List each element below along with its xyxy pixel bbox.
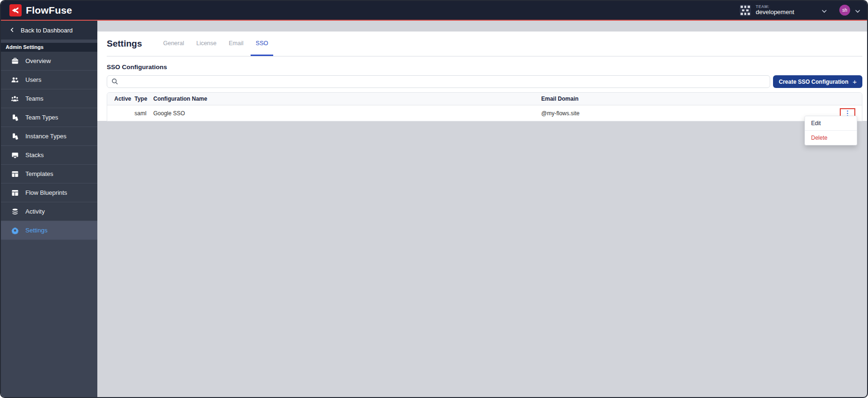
sidebar-item-users[interactable]: Users [1, 71, 97, 89]
menu-item-edit[interactable]: Edit [805, 116, 857, 130]
cell-email-domain-link[interactable]: @my-flows.site [541, 110, 836, 117]
user-avatar: sh [839, 5, 850, 16]
back-label: Back to Dashboard [21, 27, 73, 34]
team-name: developement [756, 9, 794, 16]
sidebar-item-label: Users [25, 76, 41, 83]
template-icon [11, 170, 19, 178]
row-context-menu: Edit Delete [805, 116, 857, 145]
search-input[interactable] [107, 75, 770, 88]
teams-icon [11, 95, 19, 103]
main-area: Settings General License Email SSO SSO C… [97, 21, 867, 398]
sidebar-item-settings[interactable]: Settings [1, 221, 97, 240]
badges-icon [11, 113, 19, 121]
create-sso-configuration-button[interactable]: Create SSO Configuration + [773, 75, 862, 88]
flowfuse-logo-icon [9, 4, 22, 16]
create-button-label: Create SSO Configuration [779, 79, 848, 85]
sidebar-item-label: Activity [25, 208, 45, 215]
tab-email[interactable]: Email [224, 32, 249, 56]
sidebar-item-label: Templates [25, 170, 53, 177]
sidebar-item-label: Overview [25, 57, 51, 64]
sidebar-item-team-types[interactable]: Team Types [1, 108, 97, 127]
settings-tabs: General License Email SSO [158, 32, 273, 56]
section-title: SSO Configurations [107, 64, 862, 71]
back-to-dashboard-button[interactable]: Back to Dashboard [1, 21, 97, 40]
sidebar-item-stacks[interactable]: Stacks [1, 146, 97, 165]
sidebar-item-flow-blueprints[interactable]: Flow Blueprints [1, 183, 97, 202]
admin-sidebar: Back to Dashboard Admin Settings Overvie… [1, 21, 97, 398]
table-header-row: Active Type Configuration Name Email Dom… [107, 93, 862, 105]
brand[interactable]: FlowFuse [9, 4, 72, 16]
chevron-down-icon [821, 8, 827, 13]
sidebar-section-title: Admin Settings [1, 43, 97, 52]
sidebar-item-label: Team Types [25, 114, 58, 121]
monitor-icon [11, 151, 19, 159]
sidebar-item-label: Flow Blueprints [25, 189, 67, 196]
brand-name: FlowFuse [26, 5, 72, 16]
chevron-down-icon [855, 8, 860, 13]
badges-icon [11, 132, 19, 140]
sidebar-item-label: Settings [25, 227, 47, 234]
settings-panel: Settings General License Email SSO SSO C… [97, 32, 867, 121]
sidebar-item-overview[interactable]: Overview [1, 52, 97, 71]
page-title: Settings [107, 32, 142, 56]
database-icon [11, 207, 19, 215]
tab-general[interactable]: General [158, 32, 189, 56]
sso-configurations-table: Active Type Configuration Name Email Dom… [107, 92, 862, 121]
sidebar-item-templates[interactable]: Templates [1, 165, 97, 183]
search-icon [111, 78, 118, 87]
sidebar-item-label: Teams [25, 95, 43, 102]
chevron-left-icon [9, 27, 15, 34]
sidebar-item-teams[interactable]: Teams [1, 89, 97, 108]
team-selector[interactable]: TEAM: developement [740, 5, 827, 16]
template-icon [11, 189, 19, 197]
cell-configuration-name-link[interactable]: Google SSO [153, 110, 541, 117]
team-avatar [740, 5, 751, 16]
tab-sso[interactable]: SSO [251, 32, 273, 56]
menu-item-delete[interactable]: Delete [805, 130, 857, 145]
cell-type-link[interactable]: saml [134, 110, 153, 117]
column-header-active: Active [114, 96, 134, 102]
column-header-email-domain: Email Domain [541, 96, 836, 102]
sidebar-item-label: Instance Types [25, 133, 66, 140]
tab-license[interactable]: License [191, 32, 221, 56]
column-header-type: Type [134, 96, 153, 102]
briefcase-icon [11, 57, 19, 65]
gear-icon [11, 226, 19, 234]
users-icon [11, 76, 19, 84]
column-header-configuration-name: Configuration Name [153, 96, 541, 102]
sidebar-item-instance-types[interactable]: Instance Types [1, 127, 97, 146]
user-menu[interactable]: sh [839, 5, 860, 16]
plus-icon: + [852, 78, 857, 85]
sidebar-item-activity[interactable]: Activity [1, 202, 97, 221]
top-navbar: FlowFuse TEAM: developement [1, 1, 867, 21]
app-window: FlowFuse TEAM: developement [0, 0, 868, 398]
table-row[interactable]: saml Google SSO @my-flows.site ⋮ [107, 105, 862, 121]
sidebar-item-label: Stacks [25, 151, 44, 159]
